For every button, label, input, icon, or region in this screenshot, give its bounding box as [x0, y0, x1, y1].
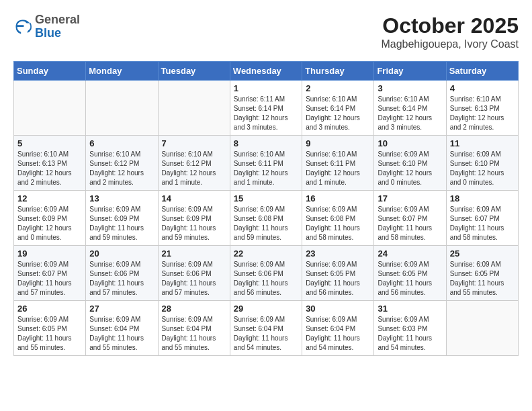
day-number: 28 — [162, 304, 226, 314]
location: Magbehigouepa, Ivory Coast — [381, 38, 519, 50]
day-cell: 29Sunrise: 6:09 AM Sunset: 6:04 PM Dayli… — [230, 301, 302, 356]
day-cell: 26Sunrise: 6:09 AM Sunset: 6:05 PM Dayli… — [14, 301, 86, 356]
day-info: Sunrise: 6:09 AM Sunset: 6:03 PM Dayligh… — [378, 315, 442, 353]
day-cell: 9Sunrise: 6:10 AM Sunset: 6:11 PM Daylig… — [302, 136, 374, 191]
day-info: Sunrise: 6:10 AM Sunset: 6:14 PM Dayligh… — [306, 95, 370, 132]
day-number: 22 — [234, 248, 298, 259]
day-cell — [14, 81, 86, 136]
weekday-header-tuesday: Tuesday — [158, 62, 230, 81]
day-number: 13 — [89, 193, 154, 203]
day-info: Sunrise: 6:09 AM Sunset: 6:04 PM Dayligh… — [89, 315, 154, 353]
day-number: 31 — [378, 304, 442, 314]
day-cell: 23Sunrise: 6:09 AM Sunset: 6:05 PM Dayli… — [302, 246, 374, 301]
day-info: Sunrise: 6:09 AM Sunset: 6:05 PM Dayligh… — [378, 260, 442, 298]
week-row-3: 12Sunrise: 6:09 AM Sunset: 6:09 PM Dayli… — [14, 191, 519, 246]
day-number: 19 — [17, 248, 82, 259]
weekday-header-wednesday: Wednesday — [230, 62, 302, 81]
day-number: 24 — [378, 248, 442, 259]
weekday-header-thursday: Thursday — [302, 62, 374, 81]
day-info: Sunrise: 6:10 AM Sunset: 6:12 PM Dayligh… — [162, 150, 226, 187]
week-row-2: 5Sunrise: 6:10 AM Sunset: 6:13 PM Daylig… — [14, 136, 519, 191]
day-cell — [158, 81, 230, 136]
day-info: Sunrise: 6:09 AM Sunset: 6:05 PM Dayligh… — [17, 315, 82, 353]
day-info: Sunrise: 6:09 AM Sunset: 6:07 PM Dayligh… — [17, 260, 82, 298]
week-row-1: 1Sunrise: 6:11 AM Sunset: 6:14 PM Daylig… — [14, 81, 519, 136]
day-info: Sunrise: 6:09 AM Sunset: 6:05 PM Dayligh… — [306, 260, 370, 298]
calendar: SundayMondayTuesdayWednesdayThursdayFrid… — [13, 61, 519, 356]
day-cell: 12Sunrise: 6:09 AM Sunset: 6:09 PM Dayli… — [14, 191, 86, 246]
day-info: Sunrise: 6:09 AM Sunset: 6:08 PM Dayligh… — [306, 205, 370, 242]
day-cell: 24Sunrise: 6:09 AM Sunset: 6:05 PM Dayli… — [374, 246, 446, 301]
weekday-header-row: SundayMondayTuesdayWednesdayThursdayFrid… — [14, 62, 519, 81]
day-number: 23 — [306, 248, 370, 259]
day-cell: 18Sunrise: 6:09 AM Sunset: 6:07 PM Dayli… — [446, 191, 518, 246]
day-cell: 11Sunrise: 6:09 AM Sunset: 6:10 PM Dayli… — [446, 136, 518, 191]
day-number: 12 — [17, 193, 82, 203]
day-info: Sunrise: 6:09 AM Sunset: 6:05 PM Dayligh… — [450, 260, 515, 298]
day-info: Sunrise: 6:11 AM Sunset: 6:14 PM Dayligh… — [234, 95, 298, 132]
day-info: Sunrise: 6:09 AM Sunset: 6:09 PM Dayligh… — [17, 205, 82, 242]
day-info: Sunrise: 6:09 AM Sunset: 6:04 PM Dayligh… — [162, 315, 226, 353]
day-cell: 3Sunrise: 6:10 AM Sunset: 6:14 PM Daylig… — [374, 81, 446, 136]
day-number: 20 — [89, 248, 154, 259]
weekday-header-friday: Friday — [374, 62, 446, 81]
day-info: Sunrise: 6:09 AM Sunset: 6:09 PM Dayligh… — [89, 205, 154, 242]
day-number: 15 — [234, 193, 298, 203]
weekday-header-sunday: Sunday — [14, 62, 86, 81]
month-title: October 2025 — [381, 13, 519, 38]
day-number: 27 — [89, 304, 154, 314]
logo-general: General — [35, 13, 80, 27]
weekday-header-monday: Monday — [86, 62, 158, 81]
day-info: Sunrise: 6:09 AM Sunset: 6:09 PM Dayligh… — [162, 205, 226, 242]
day-info: Sunrise: 6:09 AM Sunset: 6:04 PM Dayligh… — [306, 315, 370, 353]
weekday-header-saturday: Saturday — [446, 62, 518, 81]
day-cell: 2Sunrise: 6:10 AM Sunset: 6:14 PM Daylig… — [302, 81, 374, 136]
logo-icon — [13, 17, 32, 36]
day-cell: 15Sunrise: 6:09 AM Sunset: 6:08 PM Dayli… — [230, 191, 302, 246]
day-number: 9 — [306, 138, 370, 148]
logo-text: General Blue — [35, 13, 80, 40]
day-cell — [86, 81, 158, 136]
day-number: 3 — [378, 83, 442, 93]
day-info: Sunrise: 6:10 AM Sunset: 6:13 PM Dayligh… — [450, 95, 515, 132]
day-info: Sunrise: 6:09 AM Sunset: 6:10 PM Dayligh… — [378, 150, 442, 187]
day-info: Sunrise: 6:10 AM Sunset: 6:12 PM Dayligh… — [89, 150, 154, 187]
day-cell — [446, 301, 518, 356]
day-cell: 27Sunrise: 6:09 AM Sunset: 6:04 PM Dayli… — [86, 301, 158, 356]
day-cell: 4Sunrise: 6:10 AM Sunset: 6:13 PM Daylig… — [446, 81, 518, 136]
day-number: 5 — [17, 138, 82, 148]
day-cell: 10Sunrise: 6:09 AM Sunset: 6:10 PM Dayli… — [374, 136, 446, 191]
logo-blue: Blue — [35, 27, 80, 40]
day-number: 10 — [378, 138, 442, 148]
day-cell: 16Sunrise: 6:09 AM Sunset: 6:08 PM Dayli… — [302, 191, 374, 246]
day-info: Sunrise: 6:10 AM Sunset: 6:14 PM Dayligh… — [378, 95, 442, 132]
day-info: Sunrise: 6:09 AM Sunset: 6:07 PM Dayligh… — [378, 205, 442, 242]
day-number: 4 — [450, 83, 515, 93]
day-number: 8 — [234, 138, 298, 148]
day-cell: 31Sunrise: 6:09 AM Sunset: 6:03 PM Dayli… — [374, 301, 446, 356]
day-info: Sunrise: 6:09 AM Sunset: 6:07 PM Dayligh… — [450, 205, 515, 242]
day-info: Sunrise: 6:10 AM Sunset: 6:11 PM Dayligh… — [234, 150, 298, 187]
day-number: 11 — [450, 138, 515, 148]
day-number: 29 — [234, 304, 298, 314]
title-block: October 2025 Magbehigouepa, Ivory Coast — [381, 13, 519, 50]
day-number: 2 — [306, 83, 370, 93]
day-cell: 25Sunrise: 6:09 AM Sunset: 6:05 PM Dayli… — [446, 246, 518, 301]
day-info: Sunrise: 6:10 AM Sunset: 6:11 PM Dayligh… — [306, 150, 370, 187]
day-cell: 5Sunrise: 6:10 AM Sunset: 6:13 PM Daylig… — [14, 136, 86, 191]
week-row-4: 19Sunrise: 6:09 AM Sunset: 6:07 PM Dayli… — [14, 246, 519, 301]
day-info: Sunrise: 6:10 AM Sunset: 6:13 PM Dayligh… — [17, 150, 82, 187]
day-number: 14 — [162, 193, 226, 203]
day-info: Sunrise: 6:09 AM Sunset: 6:06 PM Dayligh… — [234, 260, 298, 298]
day-cell: 8Sunrise: 6:10 AM Sunset: 6:11 PM Daylig… — [230, 136, 302, 191]
day-cell: 6Sunrise: 6:10 AM Sunset: 6:12 PM Daylig… — [86, 136, 158, 191]
day-info: Sunrise: 6:09 AM Sunset: 6:04 PM Dayligh… — [234, 315, 298, 353]
day-number: 17 — [378, 193, 442, 203]
day-number: 21 — [162, 248, 226, 259]
day-number: 7 — [162, 138, 226, 148]
day-cell: 1Sunrise: 6:11 AM Sunset: 6:14 PM Daylig… — [230, 81, 302, 136]
day-info: Sunrise: 6:09 AM Sunset: 6:10 PM Dayligh… — [450, 150, 515, 187]
day-cell: 7Sunrise: 6:10 AM Sunset: 6:12 PM Daylig… — [158, 136, 230, 191]
day-cell: 21Sunrise: 6:09 AM Sunset: 6:06 PM Dayli… — [158, 246, 230, 301]
day-cell: 13Sunrise: 6:09 AM Sunset: 6:09 PM Dayli… — [86, 191, 158, 246]
